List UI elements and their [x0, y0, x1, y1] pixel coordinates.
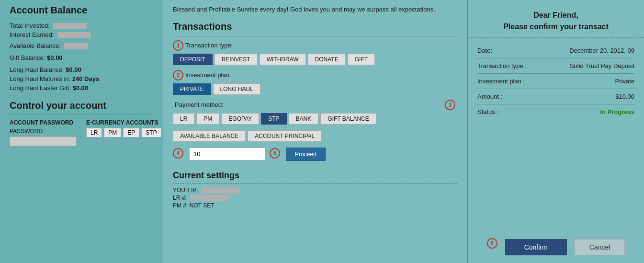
gift-balance-label: Gift Balance:	[10, 54, 45, 61]
amount-input[interactable]	[189, 148, 266, 160]
control-columns: ACCOUNT PASSWORD PASSWORD E-CURRENCY ACC…	[10, 119, 153, 146]
long-haul-balance-row: Long Haul Balance: $0.00	[10, 66, 153, 73]
interest-earned-value	[57, 32, 91, 38]
ecurrency-pm-button[interactable]: PM	[104, 128, 121, 137]
your-ip-row: YOUR IP:	[173, 187, 457, 194]
amount-row: 4 5 Proceed	[173, 148, 457, 161]
available-balance-row: Available Balance:	[10, 42, 153, 49]
lr-payment-button[interactable]: LR	[173, 113, 194, 125]
dialog-status-row: Status : In Progress	[477, 104, 634, 119]
dialog-date-label: Date:	[477, 47, 492, 54]
dialog-investment-plan-row: Investment plan : Private	[477, 74, 634, 89]
reinvest-button[interactable]: REINVEST	[215, 54, 258, 65]
lr-value	[190, 195, 228, 201]
transactions-title: Transactions	[173, 21, 457, 32]
current-settings-title: Current settings	[173, 171, 457, 181]
investment-plan-buttons: PRIVATE LONG HAUL	[173, 83, 457, 95]
middle-panel: Blessed and Profitable Sunrise every day…	[163, 0, 467, 263]
long-haul-balance-label: Long Haul Balance:	[10, 66, 64, 73]
control-title: Control your account	[10, 100, 153, 111]
transaction-type-row: 1 Transaction type:	[173, 41, 457, 52]
ecurrency-stp-button[interactable]: STP	[141, 128, 161, 137]
payment-method-label: Payment method:	[175, 101, 224, 108]
transaction-type-buttons: DEPOSIT REINVEST WITHDRAW DONATE GIFT	[173, 54, 457, 65]
step1-circle: 1	[173, 40, 183, 51]
confirmation-dialog: Dear Friend, Please confirm your transac…	[467, 0, 644, 263]
payment-method-buttons: LR PM EGOPAY STP BANK GIFT BALANCE	[173, 113, 457, 125]
dialog-status-label: Status :	[477, 108, 498, 115]
dialog-date-row: Date: December 20, 2012, 09	[477, 43, 634, 58]
step6-circle: 6	[487, 238, 497, 249]
available-balance-value	[64, 43, 88, 49]
long-haul-easter-value: $0.00	[73, 84, 89, 91]
investment-plan-row: 2 Investment plan:	[173, 71, 457, 81]
password-label: PASSWORD	[10, 128, 77, 135]
left-panel: Account Balance Total Invested: Interest…	[0, 0, 163, 263]
dialog-amount-value: $10.00	[615, 93, 634, 100]
gift-balance-value: $0.00	[47, 54, 63, 61]
interest-earned-label: Interest Earned:	[10, 31, 54, 38]
account-principal-button[interactable]: ACCOUNT PRINCIPAL	[248, 130, 322, 142]
dialog-transaction-type-label: Transaction type :	[477, 62, 527, 69]
stp-payment-button[interactable]: STP	[261, 113, 286, 125]
bank-payment-button[interactable]: BANK	[289, 113, 319, 125]
investment-plan-label: Investment plan:	[185, 71, 231, 79]
step5-circle: 5	[270, 148, 280, 159]
donate-button[interactable]: DONATE	[308, 54, 346, 65]
total-invested-value	[53, 23, 87, 29]
control-section: Control your account ACCOUNT PASSWORD PA…	[10, 100, 153, 146]
account-balance-title: Account Balance	[10, 5, 153, 16]
ecurrency-lr-button[interactable]: LR	[86, 128, 102, 137]
your-ip-label: YOUR IP:	[173, 187, 198, 194]
pm-label: PM #:	[173, 202, 188, 209]
ecurrency-buttons: LR PM EP STP	[86, 128, 161, 137]
available-balance-button[interactable]: AVAILABLE BALANCE	[173, 130, 246, 142]
ecurrency-label: E-CURRENCY ACCOUNTS	[86, 119, 161, 126]
long-haul-button[interactable]: LONG HAUL	[213, 83, 260, 95]
extra-method-buttons: AVAILABLE BALANCE ACCOUNT PRINCIPAL	[173, 130, 457, 142]
dialog-amount-label: Amount :	[477, 93, 502, 100]
proceed-button[interactable]: Proceed	[286, 148, 326, 161]
dialog-investment-plan-label: Investment plan :	[477, 78, 525, 85]
transaction-type-label: Transaction type:	[185, 42, 233, 49]
lr-row: LR #:	[173, 194, 457, 201]
account-password-label: ACCOUNT PASSWORD	[10, 119, 77, 126]
dialog-date-value: December 20, 2012, 09	[569, 47, 634, 54]
gift-button[interactable]: GIFT	[348, 54, 375, 65]
dialog-header-text: Dear Friend, Please confirm your transac…	[477, 10, 634, 33]
step3-circle: 3	[445, 100, 455, 110]
gift-balance-row: Gift Balance: $0.00	[10, 54, 153, 61]
payment-method-row: Payment method: 3	[173, 101, 457, 111]
private-button[interactable]: PRIVATE	[173, 83, 211, 95]
cancel-button[interactable]: Cancel	[575, 239, 625, 255]
step2-circle: 2	[173, 70, 183, 80]
pm-row: PM #: NOT SET	[173, 202, 457, 209]
step4-circle: 4	[173, 148, 183, 159]
long-haul-matures-row: Long Haul Matures in: 240 Days	[10, 75, 153, 82]
confirm-button[interactable]: Confirm	[505, 239, 567, 255]
dialog-header: Dear Friend, Please confirm your transac…	[468, 0, 644, 38]
greeting-text: Blessed and Profitable Sunrise every day…	[173, 5, 457, 14]
pm-payment-button[interactable]: PM	[196, 113, 219, 125]
dialog-investment-plan-value: Private	[615, 78, 634, 85]
egopay-payment-button[interactable]: EGOPAY	[221, 113, 259, 125]
gift-balance-button[interactable]: GIFT BALANCE	[320, 113, 376, 125]
interest-earned-row: Interest Earned:	[10, 31, 153, 38]
current-settings: Current settings YOUR IP: LR #: PM #: NO…	[173, 171, 457, 209]
withdraw-button[interactable]: WITHDRAW	[260, 54, 306, 65]
ecurrency-ep-button[interactable]: EP	[123, 128, 139, 137]
dialog-status-value: In Progress	[600, 108, 634, 115]
total-invested-label: Total Invested:	[10, 22, 50, 29]
long-haul-matures-label: Long Haul Matures in:	[10, 75, 70, 82]
dialog-header-line1: Dear Friend,	[533, 11, 578, 19]
dialog-transaction-type-value: Solid Trust Pay Deposit	[570, 62, 634, 69]
long-haul-matures-value: 240 Days	[72, 75, 99, 82]
deposit-button[interactable]: DEPOSIT	[173, 54, 213, 65]
dialog-body: Date: December 20, 2012, 09 Transaction …	[468, 38, 644, 234]
lr-label: LR #:	[173, 194, 187, 201]
dialog-footer: 6 Confirm Cancel	[468, 234, 644, 263]
long-haul-easter-label: Long Haul Easter Gift:	[10, 84, 71, 91]
pm-not-set-value: NOT SET	[190, 202, 215, 209]
password-col: ACCOUNT PASSWORD PASSWORD	[10, 119, 77, 146]
password-input[interactable]	[10, 137, 77, 146]
